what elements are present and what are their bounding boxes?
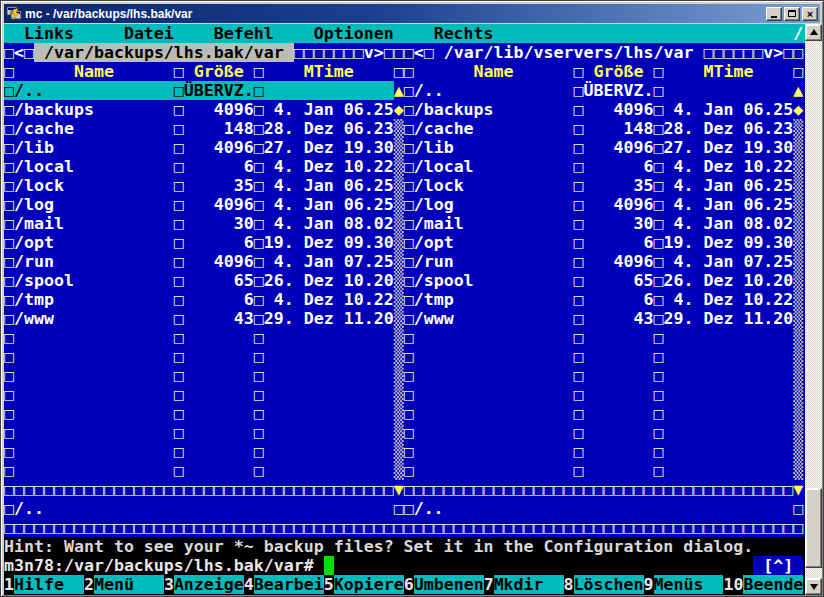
panel-scroll-track[interactable]: ▒ (394, 442, 404, 461)
panel-scroll-track[interactable]: ▒ (394, 461, 404, 480)
shell-cursor[interactable] (324, 556, 334, 575)
panel-scroll-track[interactable]: ▒ (793, 271, 803, 290)
file-name[interactable]: /backups (414, 100, 574, 119)
panel-scroll-track[interactable]: ▒ (394, 195, 404, 214)
panel-scroll-track[interactable]: ▒ (793, 385, 803, 404)
fkey-button-3[interactable]: Anzeige (174, 575, 244, 594)
file-name[interactable]: /www (414, 309, 574, 328)
panel-scroll-track[interactable]: ▒ (394, 119, 404, 138)
file-name[interactable]: /log (414, 195, 574, 214)
menu-item-rechts[interactable]: Rechts (434, 24, 494, 43)
fkey-number-5[interactable]: 5 (324, 575, 334, 594)
fkey-number-10[interactable]: 10 (723, 575, 743, 594)
panel-scroll-track[interactable]: ▒ (793, 404, 803, 423)
panel-scroll-track[interactable]: ▒ (793, 423, 803, 442)
panel-history-dropdown[interactable]: v> (763, 43, 783, 62)
panel-history-back[interactable]: < (14, 43, 24, 62)
panel-scroll-track[interactable]: ▒ (394, 328, 404, 347)
column-header-name[interactable]: Name (14, 62, 174, 81)
menu-item-befehl[interactable]: Befehl (214, 24, 274, 43)
column-header-name[interactable]: Name (414, 62, 574, 81)
panel-scroll-track[interactable]: ▒ (793, 328, 803, 347)
title-bar[interactable]: mc - /var/backups/lhs.bak/var × (4, 4, 820, 23)
file-name[interactable]: /mail (414, 214, 574, 233)
file-name[interactable]: /tmp (414, 290, 574, 309)
panel-path-right[interactable]: /var/lib/vservers/lhs/var (434, 43, 704, 62)
fkey-button-5[interactable]: Kopiere (334, 575, 404, 594)
panel-scroll-track[interactable]: ▒ (793, 195, 803, 214)
panel-history-back[interactable]: < (414, 43, 424, 62)
file-name[interactable]: /local (414, 157, 574, 176)
column-header-size[interactable]: Größe (584, 62, 654, 81)
fkey-number-8[interactable]: 8 (564, 575, 574, 594)
column-header-mtime[interactable]: MTime (264, 62, 394, 81)
fkey-number-1[interactable]: 1 (4, 575, 14, 594)
maximize-button[interactable] (784, 7, 800, 21)
panel-scroll-track[interactable]: ▒ (793, 157, 803, 176)
panel-scroll-thumb-icon[interactable]: ◆ (394, 100, 404, 119)
shell-prompt[interactable]: m3n78:/var/backups/lhs.bak/var# (4, 556, 324, 575)
close-button[interactable]: × (802, 7, 818, 21)
file-name[interactable]: /opt (14, 233, 174, 252)
panel-scroll-track[interactable]: ▒ (793, 138, 803, 157)
panel-scroll-track[interactable]: ▒ (793, 309, 803, 328)
panel-scroll-track[interactable]: ▒ (394, 214, 404, 233)
fkey-button-6[interactable]: Umbenen (414, 575, 484, 594)
file-name[interactable]: /lib (414, 138, 574, 157)
file-name[interactable]: /.. (414, 81, 574, 100)
file-name[interactable]: /tmp (14, 290, 174, 309)
fkey-number-7[interactable]: 7 (484, 575, 494, 594)
panel-scroll-track[interactable]: ▒ (394, 309, 404, 328)
fkey-button-1[interactable]: Hilfe (14, 575, 84, 594)
panel-scroll-track[interactable]: ▒ (793, 366, 803, 385)
panel-scroll-track[interactable]: ▒ (793, 347, 803, 366)
panel-scroll-track[interactable]: ▒ (394, 347, 404, 366)
shell-input[interactable] (334, 556, 754, 575)
fkey-button-9[interactable]: Menüs (654, 575, 724, 594)
fkey-number-4[interactable]: 4 (244, 575, 254, 594)
panel-scroll-track[interactable]: ▒ (793, 442, 803, 461)
file-name[interactable]: /log (14, 195, 174, 214)
panel-history-dropdown[interactable]: v> (364, 43, 384, 62)
fkey-number-2[interactable]: 2 (84, 575, 94, 594)
terminal-scrollbar[interactable] (805, 24, 822, 595)
panel-scroll-track[interactable]: ▒ (394, 366, 404, 385)
file-name[interactable]: /lock (414, 176, 574, 195)
menu-item-optionen[interactable]: Optionen (314, 24, 394, 43)
panel-scroll-up-icon[interactable]: ▲ (793, 81, 803, 100)
scroll-down-button[interactable] (805, 578, 822, 595)
panel-scroll-track[interactable]: ▒ (394, 176, 404, 195)
panel-scroll-track[interactable]: ▒ (394, 385, 404, 404)
panel-path-left[interactable]: /var/backups/lhs.bak/var (34, 43, 294, 62)
file-name[interactable]: /lib (14, 138, 174, 157)
file-name[interactable]: /run (414, 252, 574, 271)
file-name[interactable]: /cache (14, 119, 174, 138)
panel-scroll-track[interactable]: ▒ (793, 290, 803, 309)
file-name[interactable]: /spool (414, 271, 574, 290)
fkey-button-8[interactable]: Löschen (574, 575, 644, 594)
panel-scroll-up-icon[interactable]: ▲ (394, 81, 404, 100)
panel-scroll-track[interactable]: ▒ (394, 252, 404, 271)
fkey-button-10[interactable]: Beende (743, 575, 803, 594)
menu-item-datei[interactable]: Datei (124, 24, 174, 43)
fkey-number-3[interactable]: 3 (164, 575, 174, 594)
panel-scroll-track[interactable]: ▒ (394, 157, 404, 176)
file-name[interactable]: /lock (14, 176, 174, 195)
panel-scroll-track[interactable]: ▒ (793, 214, 803, 233)
file-name[interactable]: /opt (414, 233, 574, 252)
file-name[interactable]: /backups (14, 100, 174, 119)
panel-scroll-down-icon[interactable]: ▼ (793, 480, 803, 499)
file-name[interactable]: /cache (414, 119, 574, 138)
fkey-number-9[interactable]: 9 (644, 575, 654, 594)
file-name[interactable]: /local (14, 157, 174, 176)
column-header-size[interactable]: Größe (184, 62, 254, 81)
panel-scroll-track[interactable]: ▒ (394, 138, 404, 157)
fkey-number-6[interactable]: 6 (404, 575, 414, 594)
panel-scroll-track[interactable]: ▒ (793, 233, 803, 252)
file-name[interactable]: /run (14, 252, 174, 271)
file-name[interactable]: /.. (14, 81, 174, 100)
fkey-button-4[interactable]: Bearbei (254, 575, 324, 594)
panel-scroll-track[interactable]: ▒ (793, 176, 803, 195)
scrollbar-thumb[interactable] (805, 488, 822, 568)
panel-scroll-track[interactable]: ▒ (793, 252, 803, 271)
